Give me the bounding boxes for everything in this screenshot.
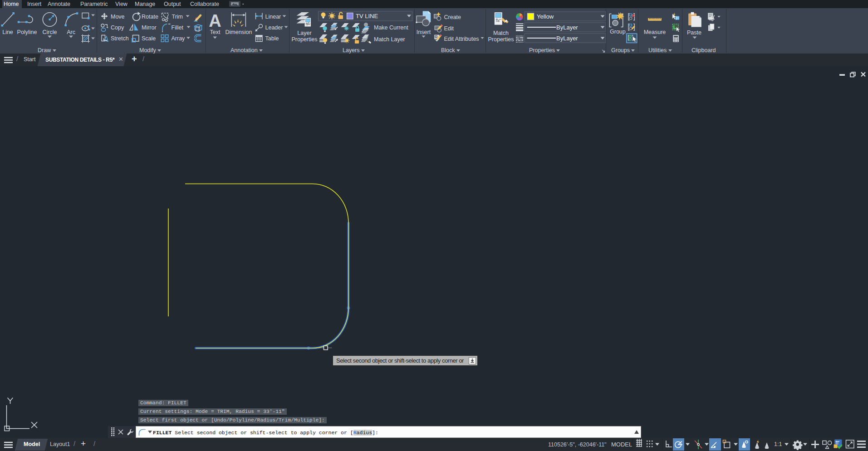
svg-text:A: A [209,11,221,30]
